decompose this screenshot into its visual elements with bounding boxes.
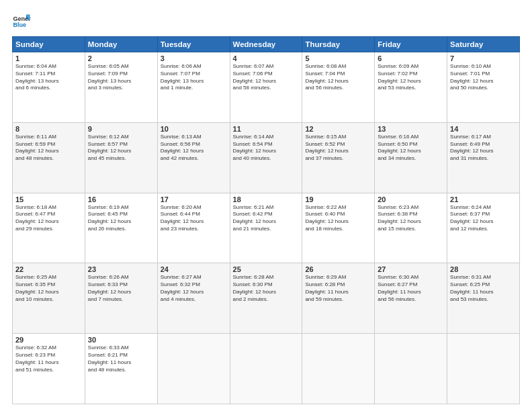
day-number: 8 xyxy=(15,125,82,133)
day-number: 25 xyxy=(233,265,300,273)
calendar-cell: 21Sunrise: 6:24 AM Sunset: 6:37 PM Dayli… xyxy=(447,193,520,263)
day-info: Sunrise: 6:24 AM Sunset: 6:37 PM Dayligh… xyxy=(450,204,517,233)
calendar-header-friday: Friday xyxy=(375,37,447,52)
day-number: 1 xyxy=(15,54,82,62)
day-number: 11 xyxy=(233,125,300,133)
logo-icon: General Blue xyxy=(12,12,31,31)
day-number: 5 xyxy=(305,54,371,62)
calendar-cell: 6Sunrise: 6:09 AM Sunset: 7:02 PM Daylig… xyxy=(375,52,447,123)
calendar-cell: 11Sunrise: 6:14 AM Sunset: 6:54 PM Dayli… xyxy=(230,122,302,193)
calendar-cell: 2Sunrise: 6:05 AM Sunset: 7:09 PM Daylig… xyxy=(85,52,157,123)
page: General Blue SundayMondayTuesdayWednesda… xyxy=(0,0,532,411)
calendar-cell: 5Sunrise: 6:08 AM Sunset: 7:04 PM Daylig… xyxy=(302,52,375,123)
day-info: Sunrise: 6:12 AM Sunset: 6:57 PM Dayligh… xyxy=(88,134,154,163)
calendar-header-wednesday: Wednesday xyxy=(230,37,302,52)
calendar-cell: 15Sunrise: 6:18 AM Sunset: 6:47 PM Dayli… xyxy=(13,193,85,263)
calendar-week-2: 8Sunrise: 6:11 AM Sunset: 6:59 PM Daylig… xyxy=(13,122,520,193)
day-number: 29 xyxy=(15,336,82,344)
calendar-cell: 29Sunrise: 6:32 AM Sunset: 6:23 PM Dayli… xyxy=(13,334,85,404)
calendar-cell xyxy=(302,334,375,404)
calendar-cell xyxy=(447,334,520,404)
calendar-cell: 10Sunrise: 6:13 AM Sunset: 6:56 PM Dayli… xyxy=(157,122,230,193)
day-info: Sunrise: 6:26 AM Sunset: 6:33 PM Dayligh… xyxy=(88,274,154,303)
calendar-cell: 27Sunrise: 6:30 AM Sunset: 6:27 PM Dayli… xyxy=(375,263,447,334)
day-number: 3 xyxy=(161,54,227,62)
day-info: Sunrise: 6:04 AM Sunset: 7:11 PM Dayligh… xyxy=(15,63,82,92)
day-number: 23 xyxy=(88,265,154,273)
day-info: Sunrise: 6:06 AM Sunset: 7:07 PM Dayligh… xyxy=(161,63,227,92)
day-info: Sunrise: 6:19 AM Sunset: 6:45 PM Dayligh… xyxy=(88,204,154,233)
day-number: 15 xyxy=(15,195,82,203)
day-info: Sunrise: 6:17 AM Sunset: 6:49 PM Dayligh… xyxy=(450,134,517,163)
calendar-cell: 16Sunrise: 6:19 AM Sunset: 6:45 PM Dayli… xyxy=(85,193,157,263)
day-number: 30 xyxy=(88,336,154,344)
day-number: 28 xyxy=(450,265,517,273)
calendar-cell: 18Sunrise: 6:21 AM Sunset: 6:42 PM Dayli… xyxy=(230,193,302,263)
calendar-header-monday: Monday xyxy=(85,37,157,52)
calendar-cell xyxy=(230,334,302,404)
calendar-cell: 8Sunrise: 6:11 AM Sunset: 6:59 PM Daylig… xyxy=(13,122,85,193)
day-number: 7 xyxy=(450,54,517,62)
day-info: Sunrise: 6:18 AM Sunset: 6:47 PM Dayligh… xyxy=(15,204,82,233)
day-number: 19 xyxy=(305,195,371,203)
calendar-cell: 12Sunrise: 6:15 AM Sunset: 6:52 PM Dayli… xyxy=(302,122,375,193)
calendar-cell: 7Sunrise: 6:10 AM Sunset: 7:01 PM Daylig… xyxy=(447,52,520,123)
calendar-cell: 3Sunrise: 6:06 AM Sunset: 7:07 PM Daylig… xyxy=(157,52,230,123)
day-number: 21 xyxy=(450,195,517,203)
calendar-cell: 20Sunrise: 6:23 AM Sunset: 6:38 PM Dayli… xyxy=(375,193,447,263)
calendar-cell: 4Sunrise: 6:07 AM Sunset: 7:06 PM Daylig… xyxy=(230,52,302,123)
calendar-cell: 30Sunrise: 6:33 AM Sunset: 6:21 PM Dayli… xyxy=(85,334,157,404)
day-number: 14 xyxy=(450,125,517,133)
calendar-header-thursday: Thursday xyxy=(302,37,375,52)
calendar-cell: 23Sunrise: 6:26 AM Sunset: 6:33 PM Dayli… xyxy=(85,263,157,334)
day-info: Sunrise: 6:20 AM Sunset: 6:44 PM Dayligh… xyxy=(161,204,227,233)
day-number: 18 xyxy=(233,195,300,203)
calendar-cell: 19Sunrise: 6:22 AM Sunset: 6:40 PM Dayli… xyxy=(302,193,375,263)
day-info: Sunrise: 6:11 AM Sunset: 6:59 PM Dayligh… xyxy=(15,134,82,163)
calendar-header-row: SundayMondayTuesdayWednesdayThursdayFrid… xyxy=(13,37,520,52)
day-info: Sunrise: 6:31 AM Sunset: 6:25 PM Dayligh… xyxy=(450,274,517,303)
day-info: Sunrise: 6:28 AM Sunset: 6:30 PM Dayligh… xyxy=(233,274,300,303)
calendar-cell: 14Sunrise: 6:17 AM Sunset: 6:49 PM Dayli… xyxy=(447,122,520,193)
calendar-cell: 13Sunrise: 6:16 AM Sunset: 6:50 PM Dayli… xyxy=(375,122,447,193)
calendar-cell: 24Sunrise: 6:27 AM Sunset: 6:32 PM Dayli… xyxy=(157,263,230,334)
day-info: Sunrise: 6:05 AM Sunset: 7:09 PM Dayligh… xyxy=(88,63,154,92)
calendar-cell: 1Sunrise: 6:04 AM Sunset: 7:11 PM Daylig… xyxy=(13,52,85,123)
day-info: Sunrise: 6:23 AM Sunset: 6:38 PM Dayligh… xyxy=(378,204,444,233)
day-number: 22 xyxy=(15,265,82,273)
day-info: Sunrise: 6:10 AM Sunset: 7:01 PM Dayligh… xyxy=(450,63,517,92)
calendar-cell xyxy=(157,334,230,404)
day-info: Sunrise: 6:30 AM Sunset: 6:27 PM Dayligh… xyxy=(378,274,444,303)
day-number: 6 xyxy=(378,54,444,62)
day-info: Sunrise: 6:09 AM Sunset: 7:02 PM Dayligh… xyxy=(378,63,444,92)
day-info: Sunrise: 6:32 AM Sunset: 6:23 PM Dayligh… xyxy=(15,345,82,373)
day-number: 17 xyxy=(161,195,227,203)
calendar-week-1: 1Sunrise: 6:04 AM Sunset: 7:11 PM Daylig… xyxy=(13,52,520,123)
calendar-cell: 22Sunrise: 6:25 AM Sunset: 6:35 PM Dayli… xyxy=(13,263,85,334)
day-number: 10 xyxy=(161,125,227,133)
header: General Blue xyxy=(12,12,520,31)
day-number: 24 xyxy=(161,265,227,273)
logo: General Blue xyxy=(12,12,31,31)
day-info: Sunrise: 6:08 AM Sunset: 7:04 PM Dayligh… xyxy=(305,63,371,92)
day-number: 12 xyxy=(305,125,371,133)
calendar-week-5: 29Sunrise: 6:32 AM Sunset: 6:23 PM Dayli… xyxy=(13,334,520,404)
day-number: 2 xyxy=(88,54,154,62)
day-info: Sunrise: 6:16 AM Sunset: 6:50 PM Dayligh… xyxy=(378,134,444,163)
day-info: Sunrise: 6:14 AM Sunset: 6:54 PM Dayligh… xyxy=(233,134,300,163)
day-number: 27 xyxy=(378,265,444,273)
day-number: 20 xyxy=(378,195,444,203)
day-info: Sunrise: 6:25 AM Sunset: 6:35 PM Dayligh… xyxy=(15,274,82,303)
day-info: Sunrise: 6:33 AM Sunset: 6:21 PM Dayligh… xyxy=(88,345,154,373)
day-info: Sunrise: 6:22 AM Sunset: 6:40 PM Dayligh… xyxy=(305,204,371,233)
day-number: 13 xyxy=(378,125,444,133)
day-info: Sunrise: 6:15 AM Sunset: 6:52 PM Dayligh… xyxy=(305,134,371,163)
calendar-cell: 28Sunrise: 6:31 AM Sunset: 6:25 PM Dayli… xyxy=(447,263,520,334)
day-number: 9 xyxy=(88,125,154,133)
calendar-cell: 9Sunrise: 6:12 AM Sunset: 6:57 PM Daylig… xyxy=(85,122,157,193)
calendar-week-3: 15Sunrise: 6:18 AM Sunset: 6:47 PM Dayli… xyxy=(13,193,520,263)
day-info: Sunrise: 6:13 AM Sunset: 6:56 PM Dayligh… xyxy=(161,134,227,163)
day-number: 4 xyxy=(233,54,300,62)
day-number: 26 xyxy=(305,265,371,273)
calendar-cell: 26Sunrise: 6:29 AM Sunset: 6:28 PM Dayli… xyxy=(302,263,375,334)
